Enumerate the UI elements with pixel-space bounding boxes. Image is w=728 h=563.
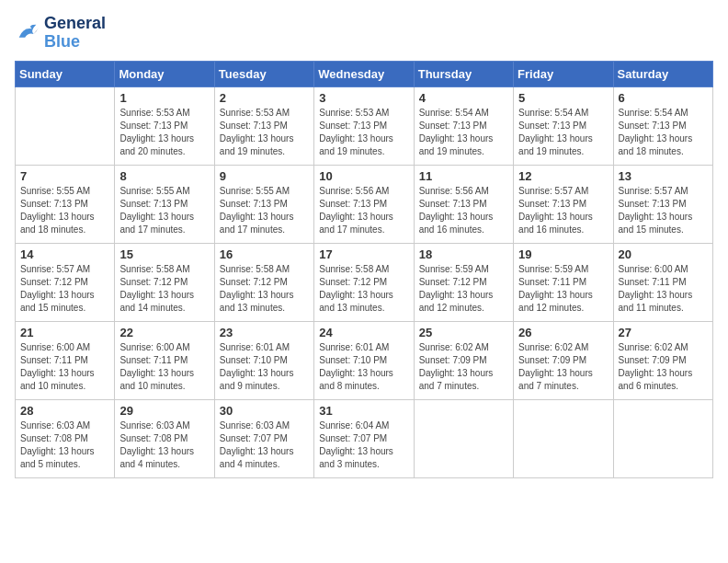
day-info: Sunrise: 5:59 AM Sunset: 7:11 PM Dayligh… bbox=[518, 263, 608, 315]
day-number: 9 bbox=[220, 169, 309, 183]
day-number: 15 bbox=[119, 247, 209, 261]
day-number: 1 bbox=[119, 91, 209, 105]
day-number: 10 bbox=[319, 169, 408, 183]
calendar-week-row: 1Sunrise: 5:53 AM Sunset: 7:13 PM Daylig… bbox=[16, 86, 713, 165]
calendar-cell: 3Sunrise: 5:53 AM Sunset: 7:13 PM Daylig… bbox=[314, 86, 414, 165]
day-info: Sunrise: 6:04 AM Sunset: 7:07 PM Dayligh… bbox=[319, 419, 408, 471]
day-info: Sunrise: 6:00 AM Sunset: 7:11 PM Dayligh… bbox=[619, 263, 708, 315]
calendar-cell: 7Sunrise: 5:55 AM Sunset: 7:13 PM Daylig… bbox=[16, 165, 115, 243]
day-number: 18 bbox=[419, 247, 508, 261]
calendar-cell: 20Sunrise: 6:00 AM Sunset: 7:11 PM Dayli… bbox=[613, 243, 712, 321]
day-info: Sunrise: 6:03 AM Sunset: 7:08 PM Dayligh… bbox=[119, 419, 209, 471]
day-info: Sunrise: 5:54 AM Sunset: 7:13 PM Dayligh… bbox=[619, 107, 708, 158]
calendar-cell: 17Sunrise: 5:58 AM Sunset: 7:12 PM Dayli… bbox=[314, 243, 414, 321]
day-info: Sunrise: 5:57 AM Sunset: 7:13 PM Dayligh… bbox=[518, 185, 608, 236]
calendar-week-row: 21Sunrise: 6:00 AM Sunset: 7:11 PM Dayli… bbox=[16, 321, 713, 399]
calendar-cell: 4Sunrise: 5:54 AM Sunset: 7:13 PM Daylig… bbox=[414, 86, 513, 165]
day-of-week-header: Monday bbox=[115, 61, 214, 86]
day-of-week-header: Sunday bbox=[16, 61, 115, 86]
day-number: 22 bbox=[119, 326, 209, 339]
calendar-cell bbox=[414, 399, 513, 477]
calendar-cell: 5Sunrise: 5:54 AM Sunset: 7:13 PM Daylig… bbox=[514, 86, 613, 165]
day-info: Sunrise: 5:55 AM Sunset: 7:13 PM Dayligh… bbox=[220, 185, 309, 236]
calendar-cell: 14Sunrise: 5:57 AM Sunset: 7:12 PM Dayli… bbox=[16, 243, 115, 321]
day-info: Sunrise: 6:02 AM Sunset: 7:09 PM Dayligh… bbox=[619, 341, 708, 393]
calendar-cell: 22Sunrise: 6:00 AM Sunset: 7:11 PM Dayli… bbox=[115, 321, 214, 399]
day-number: 7 bbox=[20, 169, 109, 183]
day-number: 28 bbox=[20, 404, 109, 418]
calendar-table: SundayMondayTuesdayWednesdayThursdayFrid… bbox=[15, 61, 713, 478]
day-info: Sunrise: 5:53 AM Sunset: 7:13 PM Dayligh… bbox=[119, 107, 209, 158]
day-of-week-header: Saturday bbox=[613, 61, 712, 86]
day-info: Sunrise: 6:03 AM Sunset: 7:08 PM Dayligh… bbox=[20, 419, 109, 471]
logo: General Blue bbox=[15, 15, 106, 52]
calendar-cell: 9Sunrise: 5:55 AM Sunset: 7:13 PM Daylig… bbox=[214, 165, 313, 243]
day-info: Sunrise: 5:54 AM Sunset: 7:13 PM Dayligh… bbox=[419, 107, 508, 158]
day-info: Sunrise: 6:01 AM Sunset: 7:10 PM Dayligh… bbox=[319, 341, 408, 393]
calendar-cell: 29Sunrise: 6:03 AM Sunset: 7:08 PM Dayli… bbox=[115, 399, 214, 477]
day-info: Sunrise: 5:56 AM Sunset: 7:13 PM Dayligh… bbox=[419, 185, 508, 236]
calendar-cell: 13Sunrise: 5:57 AM Sunset: 7:13 PM Dayli… bbox=[613, 165, 712, 243]
day-number: 8 bbox=[119, 169, 209, 183]
day-info: Sunrise: 6:02 AM Sunset: 7:09 PM Dayligh… bbox=[419, 341, 508, 393]
day-info: Sunrise: 6:00 AM Sunset: 7:11 PM Dayligh… bbox=[20, 341, 109, 393]
calendar-cell: 28Sunrise: 6:03 AM Sunset: 7:08 PM Dayli… bbox=[16, 399, 115, 477]
day-number: 31 bbox=[319, 404, 408, 418]
day-number: 26 bbox=[518, 326, 608, 339]
calendar-week-row: 28Sunrise: 6:03 AM Sunset: 7:08 PM Dayli… bbox=[16, 399, 713, 477]
day-number: 2 bbox=[220, 91, 309, 105]
calendar-cell: 8Sunrise: 5:55 AM Sunset: 7:13 PM Daylig… bbox=[115, 165, 214, 243]
day-info: Sunrise: 5:57 AM Sunset: 7:12 PM Dayligh… bbox=[20, 263, 109, 315]
calendar-cell: 27Sunrise: 6:02 AM Sunset: 7:09 PM Dayli… bbox=[613, 321, 712, 399]
calendar-cell: 23Sunrise: 6:01 AM Sunset: 7:10 PM Dayli… bbox=[214, 321, 313, 399]
day-number: 20 bbox=[619, 247, 708, 261]
day-info: Sunrise: 5:59 AM Sunset: 7:12 PM Dayligh… bbox=[419, 263, 508, 315]
calendar-cell: 25Sunrise: 6:02 AM Sunset: 7:09 PM Dayli… bbox=[414, 321, 513, 399]
day-of-week-header: Wednesday bbox=[314, 61, 414, 86]
day-number: 17 bbox=[319, 247, 408, 261]
day-info: Sunrise: 5:58 AM Sunset: 7:12 PM Dayligh… bbox=[119, 263, 209, 315]
day-number: 19 bbox=[518, 247, 608, 261]
calendar-cell bbox=[613, 399, 712, 477]
day-number: 30 bbox=[220, 404, 309, 418]
day-number: 14 bbox=[20, 247, 109, 261]
calendar-cell: 11Sunrise: 5:56 AM Sunset: 7:13 PM Dayli… bbox=[414, 165, 513, 243]
day-number: 11 bbox=[419, 169, 508, 183]
day-number: 3 bbox=[319, 91, 408, 105]
day-info: Sunrise: 6:03 AM Sunset: 7:07 PM Dayligh… bbox=[220, 419, 309, 471]
day-info: Sunrise: 5:58 AM Sunset: 7:12 PM Dayligh… bbox=[319, 263, 408, 315]
day-of-week-header: Tuesday bbox=[214, 61, 313, 86]
day-number: 6 bbox=[619, 91, 708, 105]
day-info: Sunrise: 6:01 AM Sunset: 7:10 PM Dayligh… bbox=[220, 341, 309, 393]
calendar-week-row: 14Sunrise: 5:57 AM Sunset: 7:12 PM Dayli… bbox=[16, 243, 713, 321]
day-number: 21 bbox=[20, 326, 109, 339]
calendar-cell: 24Sunrise: 6:01 AM Sunset: 7:10 PM Dayli… bbox=[314, 321, 414, 399]
day-info: Sunrise: 5:55 AM Sunset: 7:13 PM Dayligh… bbox=[119, 185, 209, 236]
day-number: 5 bbox=[518, 91, 608, 105]
day-info: Sunrise: 6:02 AM Sunset: 7:09 PM Dayligh… bbox=[518, 341, 608, 393]
day-info: Sunrise: 5:55 AM Sunset: 7:13 PM Dayligh… bbox=[20, 185, 109, 236]
calendar-cell: 16Sunrise: 5:58 AM Sunset: 7:12 PM Dayli… bbox=[214, 243, 313, 321]
day-of-week-header: Thursday bbox=[414, 61, 513, 86]
calendar-cell: 31Sunrise: 6:04 AM Sunset: 7:07 PM Dayli… bbox=[314, 399, 414, 477]
day-info: Sunrise: 5:53 AM Sunset: 7:13 PM Dayligh… bbox=[319, 107, 408, 158]
calendar-cell: 30Sunrise: 6:03 AM Sunset: 7:07 PM Dayli… bbox=[214, 399, 313, 477]
calendar-cell: 18Sunrise: 5:59 AM Sunset: 7:12 PM Dayli… bbox=[414, 243, 513, 321]
day-number: 25 bbox=[419, 326, 508, 339]
page-header: General Blue bbox=[15, 15, 713, 52]
calendar-cell: 10Sunrise: 5:56 AM Sunset: 7:13 PM Dayli… bbox=[314, 165, 414, 243]
calendar-cell bbox=[514, 399, 613, 477]
logo-text: General Blue bbox=[44, 15, 106, 52]
calendar-cell: 2Sunrise: 5:53 AM Sunset: 7:13 PM Daylig… bbox=[214, 86, 313, 165]
day-number: 16 bbox=[220, 247, 309, 261]
calendar-cell: 26Sunrise: 6:02 AM Sunset: 7:09 PM Dayli… bbox=[514, 321, 613, 399]
calendar-cell: 1Sunrise: 5:53 AM Sunset: 7:13 PM Daylig… bbox=[115, 86, 214, 165]
day-info: Sunrise: 5:53 AM Sunset: 7:13 PM Dayligh… bbox=[220, 107, 309, 158]
logo-icon bbox=[15, 20, 40, 46]
day-number: 29 bbox=[119, 404, 209, 418]
calendar-header-row: SundayMondayTuesdayWednesdayThursdayFrid… bbox=[16, 61, 713, 86]
day-of-week-header: Friday bbox=[514, 61, 613, 86]
day-info: Sunrise: 5:56 AM Sunset: 7:13 PM Dayligh… bbox=[319, 185, 408, 236]
calendar-cell: 6Sunrise: 5:54 AM Sunset: 7:13 PM Daylig… bbox=[613, 86, 712, 165]
calendar-week-row: 7Sunrise: 5:55 AM Sunset: 7:13 PM Daylig… bbox=[16, 165, 713, 243]
